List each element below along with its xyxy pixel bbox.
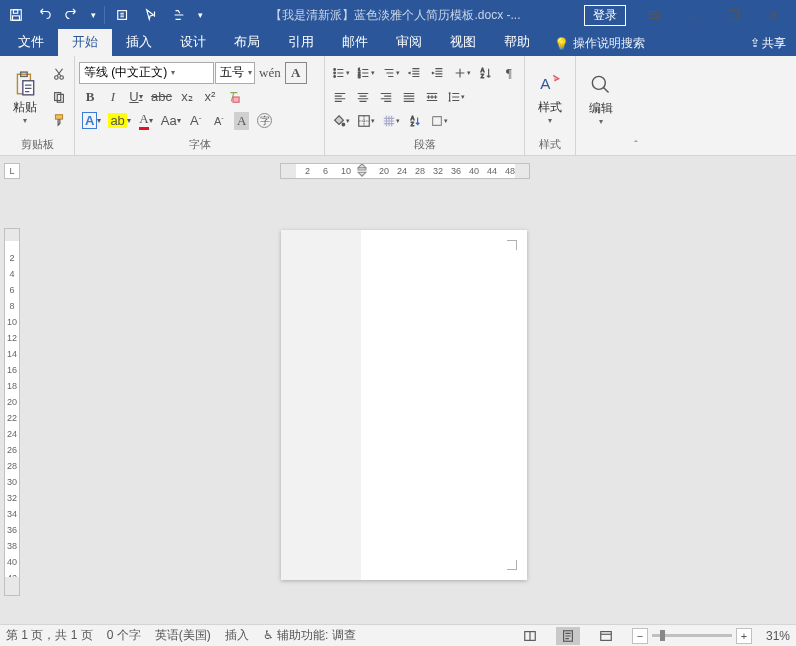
tell-me-search[interactable]: 💡 操作说明搜索 <box>544 31 655 56</box>
paragraph-marks-icon[interactable]: ▾ <box>427 110 451 132</box>
shrink-font-icon[interactable]: Aˇ <box>208 110 230 132</box>
distribute-icon[interactable] <box>421 86 443 108</box>
qat-overflow-dropdown-icon[interactable]: ▾ <box>193 1 207 29</box>
paste-label: 粘贴 <box>13 101 37 114</box>
tab-layout[interactable]: 布局 <box>220 29 274 56</box>
share-button[interactable]: ⇪共享 <box>740 31 796 56</box>
character-border-icon[interactable]: A <box>285 62 307 84</box>
ribbon-display-icon[interactable] <box>634 1 674 29</box>
decrease-indent-icon[interactable] <box>404 62 426 84</box>
multilevel-list-icon[interactable]: ▾ <box>379 62 403 84</box>
zoom-in-button[interactable]: + <box>736 628 752 644</box>
tab-mailings[interactable]: 邮件 <box>328 29 382 56</box>
superscript-button[interactable]: x² <box>199 86 221 108</box>
qat-overflow-2-icon[interactable] <box>165 1 193 29</box>
editing-button[interactable]: 编辑 ▾ <box>580 68 622 128</box>
status-language[interactable]: 英语(美国) <box>155 627 211 644</box>
sort-paragraph-icon[interactable]: AZ <box>404 110 426 132</box>
align-right-icon[interactable] <box>375 86 397 108</box>
view-web-layout-icon[interactable] <box>594 627 618 645</box>
underline-button[interactable]: U▾ <box>125 86 147 108</box>
tab-home[interactable]: 开始 <box>58 29 112 56</box>
undo-icon[interactable] <box>30 1 58 29</box>
document-canvas[interactable] <box>20 180 796 624</box>
touch-mouse-icon[interactable] <box>137 1 165 29</box>
align-left-icon[interactable] <box>329 86 351 108</box>
grow-font-icon[interactable]: Aˆ <box>185 110 207 132</box>
sort-icon[interactable]: AZ <box>475 62 497 84</box>
copy-icon[interactable] <box>48 86 70 108</box>
svg-rect-1 <box>13 10 17 14</box>
tab-file[interactable]: 文件 <box>4 29 58 56</box>
collapse-ribbon-icon[interactable]: ˆ <box>626 56 646 155</box>
zoom-slider-thumb[interactable] <box>660 630 665 641</box>
borders-icon[interactable]: ▾ <box>354 110 378 132</box>
tab-view[interactable]: 视图 <box>436 29 490 56</box>
text-effects-icon[interactable]: A▾ <box>79 110 104 132</box>
qat-overflow-1-icon[interactable] <box>109 1 137 29</box>
bold-button[interactable]: B <box>79 86 101 108</box>
font-color-icon[interactable]: A▾ <box>135 110 157 132</box>
change-case-icon[interactable]: Aa▾ <box>158 110 184 132</box>
qat-customize-icon[interactable]: ▾ <box>86 1 100 29</box>
align-center-icon[interactable] <box>352 86 374 108</box>
styles-button[interactable]: A 样式 ▾ <box>529 67 571 127</box>
phonetic-guide-icon[interactable]: wén <box>256 62 284 84</box>
save-icon[interactable] <box>2 1 30 29</box>
snap-to-grid-icon[interactable]: ▾ <box>379 110 403 132</box>
status-page[interactable]: 第 1 页，共 1 页 <box>6 627 93 644</box>
view-print-layout-icon[interactable] <box>556 627 580 645</box>
font-name-combo[interactable]: 等线 (中文正文)▾ <box>79 62 214 84</box>
zoom-out-button[interactable]: − <box>632 628 648 644</box>
minimize-icon[interactable] <box>674 1 714 29</box>
ruler-tick: 32 <box>433 166 451 176</box>
subscript-button[interactable]: x₂ <box>176 86 198 108</box>
highlight-icon[interactable]: ab▾ <box>105 110 133 132</box>
zoom-level[interactable]: 31% <box>756 629 790 643</box>
paste-button[interactable]: 粘贴 ▾ <box>4 67 46 127</box>
shading-icon[interactable]: ▾ <box>329 110 353 132</box>
tab-review[interactable]: 审阅 <box>382 29 436 56</box>
redo-icon[interactable] <box>58 1 86 29</box>
character-shading-icon[interactable]: A <box>231 110 253 132</box>
page[interactable] <box>281 230 527 580</box>
ruler-tick: 8 <box>5 301 19 317</box>
show-marks-icon[interactable]: ¶ <box>498 62 520 84</box>
indent-marker-icon[interactable] <box>355 163 369 179</box>
tab-help[interactable]: 帮助 <box>490 29 544 56</box>
tab-design[interactable]: 设计 <box>166 29 220 56</box>
status-insert-mode[interactable]: 插入 <box>225 627 249 644</box>
tab-references[interactable]: 引用 <box>274 29 328 56</box>
status-bar: 第 1 页，共 1 页 0 个字 英语(美国) 插入 ♿︎ 辅助功能: 调查 −… <box>0 624 796 646</box>
enclose-character-icon[interactable]: 字 <box>254 110 276 132</box>
strikethrough-button[interactable]: abc <box>148 86 175 108</box>
line-spacing-icon[interactable]: ▾ <box>444 86 468 108</box>
align-justify-icon[interactable] <box>398 86 420 108</box>
ruler-tick: 32 <box>5 493 19 509</box>
ruler-corner[interactable]: L <box>4 163 20 179</box>
ruler-margin-top <box>5 229 19 241</box>
font-size-combo[interactable]: 五号▾ <box>215 62 255 84</box>
tab-insert[interactable]: 插入 <box>112 29 166 56</box>
numbering-icon[interactable]: 123▾ <box>354 62 378 84</box>
clear-formatting-icon[interactable] <box>222 86 244 108</box>
status-accessibility[interactable]: ♿︎ 辅助功能: 调查 <box>263 627 356 644</box>
bullets-icon[interactable]: ▾ <box>329 62 353 84</box>
horizontal-ruler[interactable]: 2 2 6 10 20 24 28 32 36 40 44 48 52 <box>280 163 530 179</box>
zoom-slider[interactable] <box>652 634 732 637</box>
ruler-tick: 28 <box>415 166 433 176</box>
ruler-tick: 34 <box>5 509 19 525</box>
italic-button[interactable]: I <box>102 86 124 108</box>
maximize-icon[interactable] <box>714 1 754 29</box>
group-editing-label <box>580 138 622 155</box>
cut-icon[interactable] <box>48 63 70 85</box>
close-icon[interactable] <box>754 1 794 29</box>
increase-indent-icon[interactable] <box>427 62 449 84</box>
asian-layout-icon[interactable]: ▾ <box>450 62 474 84</box>
view-read-mode-icon[interactable] <box>518 627 542 645</box>
vertical-ruler[interactable]: 2 2 4 6 8 10 12 14 16 18 20 22 24 26 28 … <box>4 228 20 596</box>
group-paragraph: ▾ 123▾ ▾ ▾ AZ ¶ ▾ <box>325 56 525 155</box>
format-painter-icon[interactable] <box>48 109 70 131</box>
status-word-count[interactable]: 0 个字 <box>107 627 141 644</box>
login-button[interactable]: 登录 <box>584 5 626 26</box>
